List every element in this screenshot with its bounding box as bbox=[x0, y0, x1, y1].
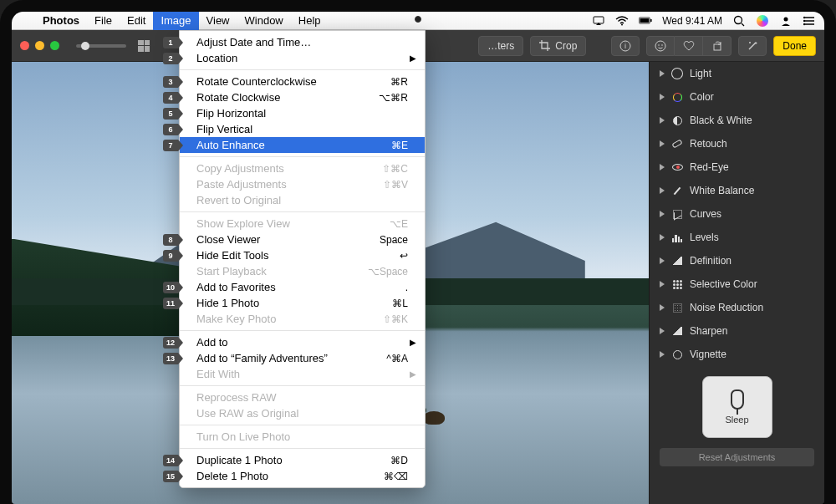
menu-item-label: Hide Edit Tools bbox=[196, 249, 366, 262]
menu-item[interactable]: Delete 1 Photo⌘⌫15 bbox=[180, 468, 425, 484]
menu-item: Show Explore View⌥E bbox=[180, 216, 425, 232]
siri-icon[interactable] bbox=[756, 14, 769, 28]
svg-line-6 bbox=[742, 23, 744, 26]
menu-window[interactable]: Window bbox=[237, 12, 291, 30]
disclosure-triangle-icon bbox=[660, 351, 665, 358]
bandaid-icon bbox=[671, 138, 683, 150]
user-icon[interactable] bbox=[779, 14, 793, 28]
minimize-button[interactable] bbox=[35, 41, 44, 50]
fullscreen-button[interactable] bbox=[50, 41, 59, 50]
crop-button[interactable]: Crop bbox=[530, 36, 586, 56]
menu-shortcut: ↩ bbox=[366, 250, 408, 262]
battery-icon[interactable] bbox=[639, 14, 652, 28]
favorite-button[interactable] bbox=[675, 36, 703, 56]
svg-point-13 bbox=[803, 23, 805, 24]
adjustment-row[interactable]: Light bbox=[650, 62, 824, 85]
close-button[interactable] bbox=[20, 41, 29, 50]
menu-item[interactable]: Rotate Clockwise⌥⌘R4 bbox=[180, 89, 425, 105]
eye-icon bbox=[671, 161, 683, 173]
menu-help[interactable]: Help bbox=[291, 12, 329, 30]
vig-icon bbox=[671, 349, 683, 360]
menu-image[interactable]: Image bbox=[153, 12, 198, 30]
adjustment-label: Red-Eye bbox=[690, 161, 729, 173]
menu-file[interactable]: File bbox=[87, 12, 120, 30]
menu-item[interactable]: Auto Enhance⌘E7 bbox=[180, 137, 425, 153]
menu-item[interactable]: Hide 1 Photo⌘L11 bbox=[180, 295, 425, 311]
menu-item: Start Playback⌥Space bbox=[180, 263, 425, 279]
adjustment-row[interactable]: Red-Eye bbox=[650, 155, 824, 179]
camera-notch bbox=[415, 16, 421, 23]
menu-item[interactable]: Add to▶12 bbox=[180, 334, 425, 350]
dots9-icon bbox=[671, 278, 683, 290]
menu-edit[interactable]: Edit bbox=[120, 12, 153, 30]
menu-item[interactable]: Close ViewerSpace8 bbox=[180, 232, 425, 247]
wifi-icon[interactable] bbox=[615, 14, 629, 28]
menu-shortcut: ⌥E bbox=[366, 218, 408, 230]
callout-badge: 3 bbox=[163, 76, 178, 88]
adjustment-row[interactable]: Noise Reduction bbox=[650, 296, 824, 319]
menu-shortcut: ⇧⌘V bbox=[366, 179, 408, 191]
menu-view[interactable]: View bbox=[199, 12, 237, 30]
menu-item[interactable]: Adjust Date and Time…1 bbox=[180, 34, 425, 50]
menu-item[interactable]: Duplicate 1 Photo⌘D14 bbox=[180, 452, 425, 468]
menu-shortcut: ⌘⌫ bbox=[366, 471, 408, 482]
adjustment-label: Vignette bbox=[690, 349, 726, 360]
menu-item[interactable]: Add to Favorites.10 bbox=[180, 279, 425, 295]
clock[interactable]: Wed 9:41 AM bbox=[662, 15, 722, 27]
callout-badge: 7 bbox=[163, 140, 178, 151]
menu-shortcut: ⇧⌘C bbox=[366, 163, 408, 175]
adjustment-row[interactable]: Definition bbox=[650, 249, 824, 272]
callout-badge: 9 bbox=[163, 250, 178, 262]
spotlight-icon[interactable] bbox=[732, 14, 746, 28]
menu-shortcut: . bbox=[366, 282, 408, 293]
submenu-arrow-icon: ▶ bbox=[410, 369, 416, 379]
callout-badge: 14 bbox=[163, 455, 178, 466]
adjustment-row[interactable]: White Balance bbox=[650, 179, 824, 202]
face-button[interactable] bbox=[646, 36, 675, 56]
svg-rect-3 bbox=[650, 19, 651, 23]
menu-item-label: Rotate Clockwise bbox=[196, 91, 366, 104]
auto-enhance-button[interactable] bbox=[738, 36, 767, 56]
rotate-button[interactable] bbox=[703, 36, 732, 56]
adjustment-row[interactable]: Curves bbox=[650, 202, 824, 226]
adjustment-row[interactable]: Vignette bbox=[650, 343, 824, 366]
apple-menu[interactable] bbox=[20, 12, 35, 30]
menu-item: Edit With▶ bbox=[180, 366, 425, 382]
adjustment-row[interactable]: Levels bbox=[650, 226, 824, 249]
menu-item[interactable]: Flip Horizontal5 bbox=[180, 105, 425, 121]
adjustment-row[interactable]: Black & White bbox=[650, 109, 824, 132]
callout-badge: 15 bbox=[163, 471, 178, 482]
adjustment-row[interactable]: Sharpen bbox=[650, 319, 824, 343]
submenu-arrow-icon: ▶ bbox=[410, 53, 416, 63]
menu-item-label: Auto Enhance bbox=[196, 139, 366, 151]
adjustment-row[interactable]: Selective Color bbox=[650, 272, 824, 296]
dictation-widget[interactable]: Sleep bbox=[702, 376, 772, 438]
adjustment-row[interactable]: Retouch bbox=[650, 132, 824, 155]
dictation-label: Sleep bbox=[725, 415, 748, 425]
menu-item-label: Close Viewer bbox=[196, 233, 366, 246]
halfcircle-icon bbox=[671, 115, 683, 126]
svg-point-7 bbox=[784, 17, 788, 21]
adjustment-label: White Balance bbox=[690, 185, 754, 196]
callout-badge: 6 bbox=[163, 124, 178, 135]
menu-item[interactable]: Flip Vertical6 bbox=[180, 121, 425, 137]
notification-center-icon[interactable] bbox=[803, 14, 816, 28]
zoom-slider[interactable] bbox=[76, 44, 126, 48]
filters-button[interactable]: …ters bbox=[478, 36, 523, 56]
airplay-icon[interactable] bbox=[592, 14, 605, 28]
done-button[interactable]: Done bbox=[773, 36, 816, 56]
adjustment-row[interactable]: Color bbox=[650, 85, 824, 109]
info-button[interactable]: i bbox=[611, 36, 640, 56]
reset-adjustments-button[interactable]: Reset Adjustments bbox=[660, 448, 814, 466]
bars-icon bbox=[671, 232, 683, 243]
disclosure-triangle-icon bbox=[660, 281, 665, 288]
menu-item[interactable]: Hide Edit Tools↩9 bbox=[180, 247, 425, 263]
adjustment-label: Retouch bbox=[690, 138, 727, 150]
menu-item[interactable]: Add to “Family Adventures”^⌘A13 bbox=[180, 350, 425, 366]
adjustment-label: Color bbox=[690, 91, 714, 103]
adjustment-label: Black & White bbox=[690, 115, 752, 126]
grid-view-icon[interactable] bbox=[138, 40, 150, 52]
menu-item[interactable]: Rotate Counterclockwise⌘R3 bbox=[180, 74, 425, 89]
app-menu[interactable]: Photos bbox=[35, 12, 87, 30]
menu-item[interactable]: Location▶2 bbox=[180, 50, 425, 66]
